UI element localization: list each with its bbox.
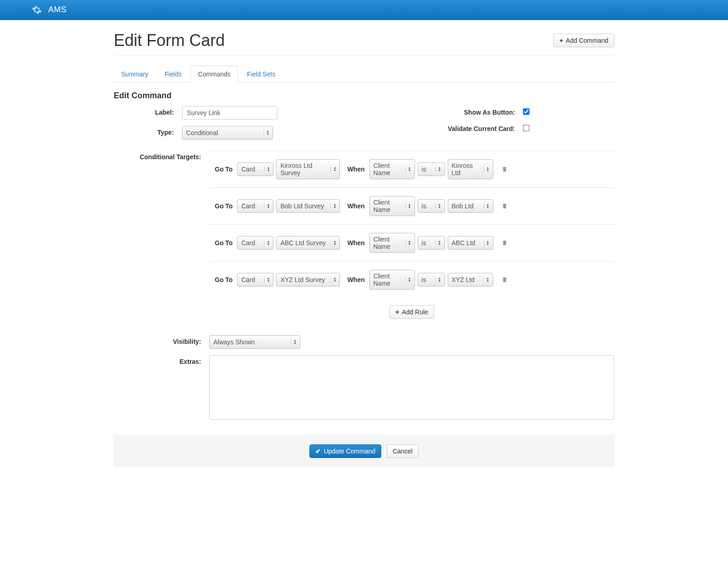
brand-title: AMS — [48, 5, 67, 15]
operator-select[interactable]: is ▲▼ — [418, 199, 445, 213]
chevron-updown-icon: ▲▼ — [264, 277, 269, 282]
value-select[interactable]: ABC Ltd ▲▼ — [448, 236, 493, 250]
goto-target-select[interactable]: Kinross Ltd Survey ▲▼ — [276, 159, 340, 179]
show-as-button-label: Show As Button: — [364, 106, 523, 116]
field-select[interactable]: Client Name ▲▼ — [369, 233, 415, 253]
check-icon: ✔ — [315, 448, 321, 455]
plus-icon: + — [395, 308, 399, 316]
chevron-updown-icon: ▲▼ — [405, 240, 411, 246]
footer-actions: ✔ Update Command Cancel — [114, 435, 614, 467]
tab-summary[interactable]: Summary — [114, 65, 156, 83]
label-label: Label: — [114, 106, 182, 120]
add-rule-label: Add Rule — [402, 308, 428, 316]
value-select[interactable]: XYZ Ltd ▲▼ — [448, 273, 493, 287]
goto-type-select[interactable]: Card ▲▼ — [237, 236, 273, 250]
operator-select[interactable]: is ▲▼ — [418, 273, 445, 287]
cancel-button[interactable]: Cancel — [387, 444, 419, 458]
tabs: Summary Fields Commands Field Sets — [114, 65, 614, 83]
conditional-targets: Go To Card ▲▼ Kinross Ltd Survey ▲▼ When… — [209, 151, 614, 326]
plus-icon: + — [559, 37, 563, 44]
chevron-updown-icon: ▲▼ — [484, 166, 489, 172]
chevron-updown-icon: ▲▼ — [263, 130, 269, 136]
chevron-updown-icon: ▲▼ — [330, 240, 336, 246]
visibility-label: Visibility: — [114, 335, 209, 349]
tab-fields[interactable]: Fields — [157, 65, 189, 83]
page-header: Edit Form Card + Add Command — [114, 20, 614, 56]
chevron-updown-icon: ▲▼ — [435, 240, 441, 246]
add-rule-button[interactable]: + Add Rule — [389, 305, 434, 319]
validate-current-card-label: Validate Current Card: — [364, 122, 523, 132]
chevron-updown-icon: ▲▼ — [330, 203, 336, 209]
target-row: Go To Card ▲▼ Kinross Ltd Survey ▲▼ When… — [209, 151, 614, 187]
target-row: Go To Card ▲▼ Bob Ltd Survey ▲▼ When Cli… — [209, 187, 614, 224]
type-label: Type: — [114, 126, 182, 140]
delete-rule-button[interactable] — [501, 166, 508, 172]
chevron-updown-icon: ▲▼ — [264, 240, 269, 246]
goto-target-select[interactable]: XYZ Ltd Survey ▲▼ — [276, 273, 340, 287]
field-select[interactable]: Client Name ▲▼ — [369, 270, 415, 290]
chevron-updown-icon: ▲▼ — [435, 203, 441, 209]
tab-field-sets[interactable]: Field Sets — [240, 65, 283, 83]
when-keyword: When — [347, 202, 364, 210]
add-command-label: Add Command — [566, 37, 608, 44]
goto-type-select[interactable]: Card ▲▼ — [237, 273, 273, 287]
goto-type-select[interactable]: Card ▲▼ — [237, 162, 273, 176]
chevron-updown-icon: ▲▼ — [330, 277, 336, 282]
when-keyword: When — [347, 166, 364, 173]
goto-type-select[interactable]: Card ▲▼ — [237, 199, 273, 213]
delete-rule-button[interactable] — [501, 203, 508, 209]
label-input[interactable] — [182, 106, 278, 120]
update-command-button[interactable]: ✔ Update Command — [309, 444, 381, 458]
extras-label: Extras: — [114, 355, 209, 421]
chevron-updown-icon: ▲▼ — [435, 166, 441, 172]
chevron-updown-icon: ▲▼ — [405, 277, 411, 282]
chevron-updown-icon: ▲▼ — [264, 203, 269, 209]
chevron-updown-icon: ▲▼ — [330, 166, 336, 172]
goto-keyword: Go To — [215, 202, 233, 210]
goto-keyword: Go To — [215, 239, 233, 247]
delete-rule-button[interactable] — [501, 240, 508, 246]
gear-icon — [32, 5, 42, 15]
target-row: Go To Card ▲▼ XYZ Ltd Survey ▲▼ When Cli… — [209, 261, 614, 298]
when-keyword: When — [347, 239, 364, 247]
goto-keyword: Go To — [215, 166, 233, 173]
visibility-select[interactable]: Always Shown ▲▼ — [209, 335, 300, 349]
goto-target-select[interactable]: Bob Ltd Survey ▲▼ — [276, 199, 340, 213]
top-bar: AMS — [0, 0, 728, 20]
operator-select[interactable]: is ▲▼ — [418, 162, 445, 176]
chevron-updown-icon: ▲▼ — [291, 339, 296, 345]
chevron-updown-icon: ▲▼ — [484, 203, 489, 209]
value-select[interactable]: Kinross Ltd ▲▼ — [448, 159, 493, 179]
update-command-label: Update Command — [324, 448, 375, 455]
show-as-button-checkbox[interactable] — [523, 108, 529, 115]
target-row: Go To Card ▲▼ ABC Ltd Survey ▲▼ When Cli… — [209, 224, 614, 261]
section-title: Edit Command — [114, 91, 614, 101]
chevron-updown-icon: ▲▼ — [484, 277, 489, 282]
goto-keyword: Go To — [215, 276, 233, 283]
chevron-updown-icon: ▲▼ — [405, 203, 411, 209]
chevron-updown-icon: ▲▼ — [484, 240, 489, 246]
add-command-button[interactable]: + Add Command — [553, 34, 614, 47]
conditional-targets-label: Conditional Targets: — [114, 151, 209, 326]
chevron-updown-icon: ▲▼ — [435, 277, 441, 282]
delete-rule-button[interactable] — [501, 277, 508, 283]
tab-commands[interactable]: Commands — [191, 65, 238, 83]
goto-target-select[interactable]: ABC Ltd Survey ▲▼ — [276, 236, 340, 250]
type-select[interactable]: Conditional ▲▼ — [182, 126, 273, 140]
field-select[interactable]: Client Name ▲▼ — [369, 196, 415, 216]
when-keyword: When — [347, 276, 364, 283]
cancel-label: Cancel — [393, 448, 413, 455]
chevron-updown-icon: ▲▼ — [264, 166, 269, 172]
field-select[interactable]: Client Name ▲▼ — [369, 159, 415, 179]
page-title: Edit Form Card — [114, 31, 225, 50]
operator-select[interactable]: is ▲▼ — [418, 236, 445, 250]
value-select[interactable]: Bob Ltd ▲▼ — [448, 199, 493, 213]
chevron-updown-icon: ▲▼ — [405, 166, 411, 172]
extras-textarea[interactable] — [209, 355, 614, 420]
validate-current-card-checkbox[interactable] — [523, 125, 529, 131]
